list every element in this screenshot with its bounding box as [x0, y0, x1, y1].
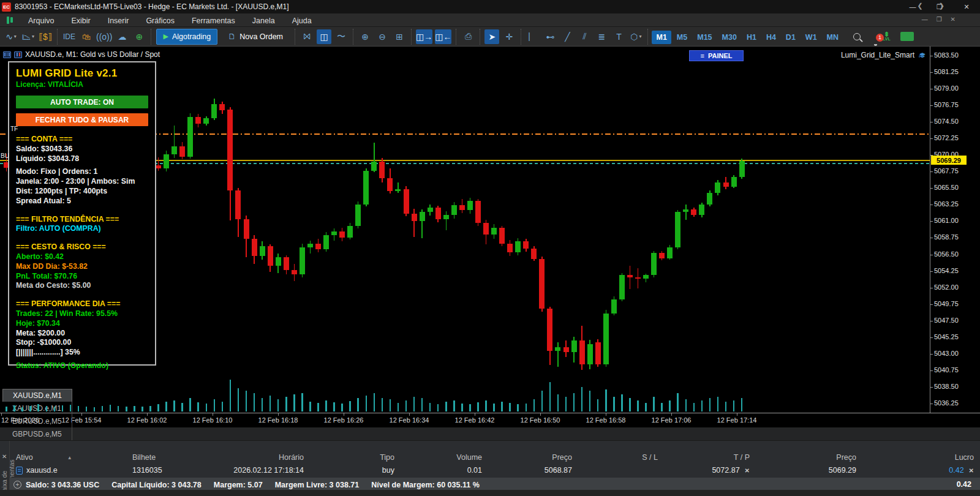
- timeframe-button-h4[interactable]: H4: [762, 31, 780, 44]
- candle-body[interactable]: [420, 212, 425, 222]
- candle-body[interactable]: [523, 241, 529, 249]
- column-header-bilhete[interactable]: Bilhete: [126, 451, 200, 464]
- timeframe-button-m30[interactable]: M30: [718, 31, 741, 44]
- zoom-in-icon[interactable]: ⊕: [358, 29, 372, 44]
- candle-body[interactable]: [179, 146, 185, 157]
- vps-cloud-icon[interactable]: ☁: [115, 29, 129, 44]
- price-axis[interactable]: 5083.505081.255079.005076.755074.505072.…: [930, 47, 980, 413]
- candle-body[interactable]: [531, 249, 537, 259]
- candle-body[interactable]: [371, 162, 377, 170]
- candle-body[interactable]: [547, 309, 552, 351]
- candle-body[interactable]: [459, 205, 465, 210]
- candle-body[interactable]: [244, 219, 249, 239]
- mdi-close-icon[interactable]: ✕: [951, 16, 956, 23]
- tab-scroll-right-icon[interactable]: ❯: [939, 2, 944, 10]
- candle-body[interactable]: [691, 209, 696, 214]
- candle-body[interactable]: [300, 247, 305, 274]
- close-all-pause-button[interactable]: FECHAR TUDO & PAUSAR: [16, 113, 148, 126]
- expand-plus-icon[interactable]: +: [13, 481, 21, 489]
- tile-windows-icon[interactable]: ⊞: [392, 29, 407, 44]
- time-axis[interactable]: 12 Feb 202612 Feb 15:5412 Feb 16:0212 Fe…: [0, 413, 980, 427]
- menu-item-inserir[interactable]: Inserir: [99, 15, 138, 27]
- candle-body[interactable]: [412, 214, 417, 221]
- mdi-minimize-icon[interactable]: —: [922, 16, 928, 23]
- algotrading-button[interactable]: ▶ Algotrading: [156, 29, 217, 45]
- candle-body[interactable]: [203, 118, 209, 123]
- column-header-preo[interactable]: Preço: [488, 451, 578, 464]
- candle-body[interactable]: [467, 201, 473, 211]
- position-cell-horrio[interactable]: 2026.02.12 17:18:14: [200, 464, 310, 476]
- candle-body[interactable]: [347, 226, 353, 238]
- candle-body[interactable]: [564, 347, 569, 352]
- screenshot-camera-icon[interactable]: ⎙: [461, 29, 475, 44]
- candle-body[interactable]: [515, 241, 521, 252]
- deposit-icon[interactable]: ⟦$⟧: [38, 29, 53, 44]
- candle-body[interactable]: [499, 228, 505, 243]
- candle-body[interactable]: [475, 201, 481, 223]
- text-tool-icon[interactable]: T: [611, 29, 626, 44]
- candle-body[interactable]: [619, 275, 625, 299]
- quotes-table-icon[interactable]: [3, 51, 11, 58]
- candle-body[interactable]: [715, 182, 720, 193]
- candle-body[interactable]: [539, 259, 545, 309]
- candle-body[interactable]: [587, 344, 593, 364]
- candle-body[interactable]: [284, 257, 289, 269]
- candle-body[interactable]: [611, 299, 617, 314]
- timeframe-button-h1[interactable]: H1: [742, 31, 761, 44]
- candle-body[interactable]: [187, 117, 193, 157]
- column-header-tp[interactable]: T / P: [664, 451, 756, 464]
- menu-item-gráficos[interactable]: Gráficos: [137, 15, 183, 27]
- timeframe-button-m15[interactable]: M15: [693, 31, 716, 44]
- mdi-restore-icon[interactable]: ❐: [937, 16, 942, 23]
- tab-scroll-arrows[interactable]: ❮ ❯: [918, 2, 944, 10]
- column-header-preo[interactable]: Preço: [756, 451, 862, 464]
- metaeditor-ide-button[interactable]: IDE: [62, 29, 77, 44]
- candle-body[interactable]: [211, 104, 217, 118]
- cursor-icon[interactable]: ➤: [484, 29, 499, 44]
- auto-scroll-icon[interactable]: ◫→: [416, 29, 432, 44]
- candle-body[interactable]: [235, 190, 241, 219]
- menu-item-ferramentas[interactable]: Ferramentas: [183, 15, 244, 27]
- candle-body[interactable]: [323, 235, 329, 249]
- candle-body[interactable]: [659, 253, 665, 258]
- timeframe-button-mn[interactable]: MN: [823, 31, 843, 44]
- auto-trade-toggle-button[interactable]: AUTO TRADE: ON: [16, 96, 148, 108]
- position-cell-tp[interactable]: 5072.87✕: [664, 464, 756, 476]
- candle-body[interactable]: [603, 314, 609, 364]
- close-x-icon[interactable]: ✕: [745, 467, 750, 474]
- candle-body[interactable]: [595, 342, 601, 364]
- candle-body[interactable]: [571, 340, 577, 352]
- candle-body[interactable]: [355, 205, 361, 226]
- candle-body[interactable]: [731, 177, 737, 187]
- toolbox-close-icon[interactable]: ✕: [2, 453, 7, 460]
- timeframe-button-w1[interactable]: W1: [801, 31, 821, 44]
- menu-item-exibir[interactable]: Exibir: [62, 15, 99, 27]
- candle-body[interactable]: [667, 247, 673, 258]
- tab-scroll-left-icon[interactable]: ❮: [918, 2, 923, 10]
- candle-body[interactable]: [276, 257, 281, 265]
- candle-body[interactable]: [387, 178, 393, 192]
- position-cell-preo[interactable]: 5069.29: [756, 464, 862, 476]
- ea-painel-button[interactable]: ≡ PAINEL: [689, 50, 744, 61]
- position-cell-volume[interactable]: 0.01: [401, 464, 488, 476]
- chart-window-icon[interactable]: [14, 51, 22, 58]
- candle-body[interactable]: [363, 171, 369, 205]
- candle-body[interactable]: [443, 215, 449, 219]
- column-header-tipo[interactable]: Tipo: [310, 451, 401, 464]
- column-header-lucro[interactable]: Lucro: [862, 451, 980, 464]
- position-cell-sl[interactable]: [578, 464, 664, 476]
- close-x-icon[interactable]: ✕: [969, 467, 974, 474]
- candle-body[interactable]: [723, 182, 729, 187]
- candle-body[interactable]: [339, 231, 345, 238]
- trendline-icon[interactable]: ╱: [560, 29, 575, 44]
- candle-body[interactable]: [331, 231, 337, 235]
- menu-item-arquivo[interactable]: Arquivo: [20, 15, 62, 27]
- candlestick-chart-icon[interactable]: ◫: [317, 29, 331, 44]
- line-chart-icon[interactable]: 〜: [334, 29, 349, 44]
- candle-body[interactable]: [483, 223, 489, 235]
- position-cell-preo[interactable]: 5068.87: [488, 464, 578, 476]
- candle-body[interactable]: [435, 208, 441, 219]
- signals-icon[interactable]: ((o)): [96, 29, 112, 44]
- position-cell-tipo[interactable]: buy: [310, 464, 401, 476]
- crosshair-icon[interactable]: ✛: [502, 29, 516, 44]
